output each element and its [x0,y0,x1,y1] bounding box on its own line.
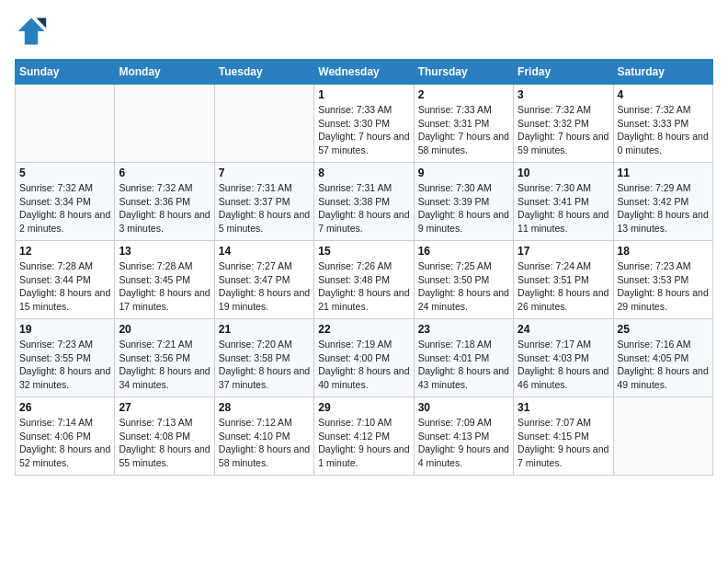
day-number: 1 [318,88,409,101]
calendar-cell: 23Sunrise: 7:18 AMSunset: 4:01 PMDayligh… [414,319,513,397]
day-number: 3 [518,88,609,101]
day-number: 22 [318,323,409,336]
day-of-week-header: Monday [115,60,214,85]
calendar-cell [214,85,313,163]
day-number: 4 [618,88,709,101]
calendar-cell: 4Sunrise: 7:32 AMSunset: 3:33 PMDaylight… [613,85,712,163]
day-of-week-header: Saturday [613,60,712,85]
day-info: Sunrise: 7:20 AMSunset: 3:58 PMDaylight:… [219,338,310,392]
calendar-cell: 17Sunrise: 7:24 AMSunset: 3:51 PMDayligh… [514,241,613,319]
calendar-cell: 14Sunrise: 7:27 AMSunset: 3:47 PMDayligh… [214,241,313,319]
day-info: Sunrise: 7:07 AMSunset: 4:15 PMDaylight:… [518,416,609,470]
day-info: Sunrise: 7:33 AMSunset: 3:30 PMDaylight:… [318,103,409,157]
day-number: 9 [418,167,509,179]
calendar-cell: 30Sunrise: 7:09 AMSunset: 4:13 PMDayligh… [414,397,513,476]
calendar-cell: 28Sunrise: 7:12 AMSunset: 4:10 PMDayligh… [214,397,313,476]
day-info: Sunrise: 7:13 AMSunset: 4:08 PMDaylight:… [119,416,210,470]
calendar-header-row: SundayMondayTuesdayWednesdayThursdayFrid… [16,60,713,85]
day-info: Sunrise: 7:32 AMSunset: 3:33 PMDaylight:… [618,103,709,157]
day-number: 14 [219,245,310,258]
day-info: Sunrise: 7:17 AMSunset: 4:03 PMDaylight:… [518,338,609,392]
logo [15,15,51,48]
calendar-cell: 24Sunrise: 7:17 AMSunset: 4:03 PMDayligh… [514,319,613,397]
day-number: 18 [618,245,709,258]
day-number: 30 [418,401,509,414]
day-number: 13 [119,245,210,258]
day-number: 25 [618,323,709,336]
calendar-cell: 9Sunrise: 7:30 AMSunset: 3:39 PMDaylight… [414,163,513,241]
calendar-cell: 2Sunrise: 7:33 AMSunset: 3:31 PMDaylight… [414,85,513,163]
day-number: 15 [318,245,409,258]
day-info: Sunrise: 7:32 AMSunset: 3:32 PMDaylight:… [518,103,609,157]
day-of-week-header: Thursday [414,60,513,85]
calendar-cell [16,85,115,163]
calendar-week-row: 5Sunrise: 7:32 AMSunset: 3:34 PMDaylight… [16,163,713,241]
calendar-week-row: 19Sunrise: 7:23 AMSunset: 3:55 PMDayligh… [16,319,713,397]
calendar-cell: 22Sunrise: 7:19 AMSunset: 4:00 PMDayligh… [314,319,414,397]
calendar-cell: 18Sunrise: 7:23 AMSunset: 3:53 PMDayligh… [613,241,712,319]
day-number: 10 [518,167,609,179]
calendar-week-row: 26Sunrise: 7:14 AMSunset: 4:06 PMDayligh… [16,397,713,476]
day-info: Sunrise: 7:29 AMSunset: 3:42 PMDaylight:… [618,181,709,236]
calendar-cell: 26Sunrise: 7:14 AMSunset: 4:06 PMDayligh… [16,397,115,476]
day-number: 8 [318,167,409,179]
day-info: Sunrise: 7:21 AMSunset: 3:56 PMDaylight:… [119,338,210,392]
day-number: 23 [418,323,509,336]
day-number: 31 [518,401,609,414]
day-info: Sunrise: 7:18 AMSunset: 4:01 PMDaylight:… [418,338,509,392]
calendar-cell: 3Sunrise: 7:32 AMSunset: 3:32 PMDaylight… [514,85,613,163]
day-of-week-header: Friday [514,60,613,85]
day-info: Sunrise: 7:32 AMSunset: 3:34 PMDaylight:… [19,181,110,236]
calendar-cell: 5Sunrise: 7:32 AMSunset: 3:34 PMDaylight… [16,163,115,241]
day-info: Sunrise: 7:23 AMSunset: 3:55 PMDaylight:… [19,338,110,392]
day-number: 24 [518,323,609,336]
day-number: 27 [119,401,210,414]
day-number: 19 [19,323,110,336]
calendar-cell: 12Sunrise: 7:28 AMSunset: 3:44 PMDayligh… [16,241,115,319]
calendar-cell: 7Sunrise: 7:31 AMSunset: 3:37 PMDaylight… [214,163,313,241]
day-info: Sunrise: 7:30 AMSunset: 3:39 PMDaylight:… [418,181,509,236]
day-info: Sunrise: 7:28 AMSunset: 3:44 PMDaylight:… [19,259,110,314]
day-number: 6 [119,167,210,179]
day-info: Sunrise: 7:27 AMSunset: 3:47 PMDaylight:… [219,259,310,314]
calendar-cell [115,85,214,163]
day-info: Sunrise: 7:33 AMSunset: 3:31 PMDaylight:… [418,103,509,157]
day-number: 29 [318,401,409,414]
day-of-week-header: Wednesday [314,60,414,85]
day-number: 7 [219,167,310,179]
day-number: 2 [418,88,509,101]
calendar-cell: 25Sunrise: 7:16 AMSunset: 4:05 PMDayligh… [613,319,712,397]
day-number: 26 [19,401,110,414]
calendar-week-row: 1Sunrise: 7:33 AMSunset: 3:30 PMDaylight… [16,85,713,163]
day-of-week-header: Sunday [16,60,115,85]
calendar-week-row: 12Sunrise: 7:28 AMSunset: 3:44 PMDayligh… [16,241,713,319]
day-info: Sunrise: 7:09 AMSunset: 4:13 PMDaylight:… [418,416,509,470]
calendar-cell: 27Sunrise: 7:13 AMSunset: 4:08 PMDayligh… [115,397,214,476]
day-info: Sunrise: 7:12 AMSunset: 4:10 PMDaylight:… [219,416,310,470]
calendar-table: SundayMondayTuesdayWednesdayThursdayFrid… [15,59,713,476]
day-info: Sunrise: 7:14 AMSunset: 4:06 PMDaylight:… [19,416,110,470]
day-number: 20 [119,323,210,336]
calendar-cell: 20Sunrise: 7:21 AMSunset: 3:56 PMDayligh… [115,319,214,397]
day-number: 16 [418,245,509,258]
calendar-cell: 6Sunrise: 7:32 AMSunset: 3:36 PMDaylight… [115,163,214,241]
day-number: 11 [618,167,709,179]
calendar-cell: 16Sunrise: 7:25 AMSunset: 3:50 PMDayligh… [414,241,513,319]
day-info: Sunrise: 7:16 AMSunset: 4:05 PMDaylight:… [618,338,709,392]
day-info: Sunrise: 7:28 AMSunset: 3:45 PMDaylight:… [119,259,210,314]
day-number: 5 [19,167,110,179]
day-info: Sunrise: 7:19 AMSunset: 4:00 PMDaylight:… [318,338,409,392]
day-number: 28 [219,401,310,414]
day-info: Sunrise: 7:26 AMSunset: 3:48 PMDaylight:… [318,259,409,314]
page-header [15,15,713,48]
calendar-cell: 1Sunrise: 7:33 AMSunset: 3:30 PMDaylight… [314,85,414,163]
logo-icon [15,15,48,48]
day-info: Sunrise: 7:31 AMSunset: 3:37 PMDaylight:… [219,181,310,236]
calendar-cell: 15Sunrise: 7:26 AMSunset: 3:48 PMDayligh… [314,241,414,319]
day-number: 17 [518,245,609,258]
calendar-cell: 10Sunrise: 7:30 AMSunset: 3:41 PMDayligh… [514,163,613,241]
calendar-cell: 11Sunrise: 7:29 AMSunset: 3:42 PMDayligh… [613,163,712,241]
day-info: Sunrise: 7:31 AMSunset: 3:38 PMDaylight:… [318,181,409,236]
day-info: Sunrise: 7:32 AMSunset: 3:36 PMDaylight:… [119,181,210,236]
calendar-cell: 21Sunrise: 7:20 AMSunset: 3:58 PMDayligh… [214,319,313,397]
